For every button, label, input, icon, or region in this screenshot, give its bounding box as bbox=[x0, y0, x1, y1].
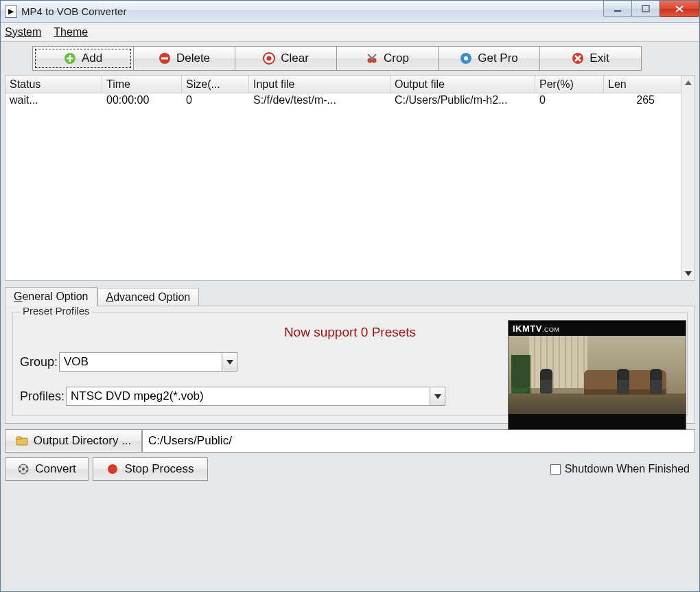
exit-label: Exit bbox=[590, 52, 609, 65]
toolbar: Add Delete Clear Crop Get Pro Exit bbox=[5, 45, 695, 72]
convert-button[interactable]: Convert bbox=[5, 457, 89, 481]
col-status[interactable]: Status bbox=[5, 76, 102, 93]
add-label: Add bbox=[82, 52, 102, 65]
close-icon bbox=[675, 5, 684, 13]
shutdown-label: Shutdown When Finished bbox=[565, 463, 690, 475]
table-body[interactable]: wait... 00:00:00 0 S:/f/dev/test/m-... C… bbox=[5, 93, 695, 280]
add-button[interactable]: Add bbox=[32, 46, 134, 71]
svg-rect-0 bbox=[614, 10, 621, 12]
tab-general[interactable]: General Option bbox=[5, 287, 97, 306]
exit-icon bbox=[572, 52, 584, 65]
preview-watermark: IKMTV.COM bbox=[513, 323, 559, 334]
chevron-down-icon[interactable] bbox=[430, 387, 445, 405]
svg-point-19 bbox=[26, 470, 28, 473]
exit-button[interactable]: Exit bbox=[540, 46, 642, 71]
col-len[interactable]: Len bbox=[604, 76, 659, 93]
table-header: Status Time Size(... Input file Output f… bbox=[5, 76, 695, 93]
cell-size: 0 bbox=[182, 93, 249, 110]
svg-point-17 bbox=[26, 466, 28, 468]
stop-button[interactable]: Stop Process bbox=[93, 457, 208, 481]
menubar: System Theme bbox=[1, 23, 699, 42]
cell-output: C:/Users/Public/m-h2... bbox=[390, 93, 535, 110]
crop-label: Crop bbox=[384, 52, 409, 65]
cell-input: S:/f/dev/test/m-... bbox=[249, 93, 390, 110]
delete-button[interactable]: Delete bbox=[134, 46, 235, 71]
shutdown-checkbox[interactable]: Shutdown When Finished bbox=[550, 463, 690, 475]
cell-per: 0 bbox=[535, 93, 604, 110]
col-input[interactable]: Input file bbox=[249, 76, 390, 93]
titlebar[interactable]: ▶ MP4 to VOB Converter bbox=[1, 1, 699, 23]
svg-point-20 bbox=[108, 464, 117, 474]
col-size[interactable]: Size(... bbox=[182, 76, 249, 93]
scroll-down-icon[interactable] bbox=[681, 266, 695, 280]
svg-point-10 bbox=[464, 56, 468, 60]
stop-label: Stop Process bbox=[124, 462, 194, 476]
svg-rect-4 bbox=[161, 58, 168, 60]
col-per[interactable]: Per(%) bbox=[535, 76, 604, 93]
delete-label: Delete bbox=[176, 52, 210, 65]
svg-rect-13 bbox=[16, 437, 21, 440]
group-combo[interactable]: VOB bbox=[59, 352, 237, 372]
svg-point-16 bbox=[19, 466, 21, 468]
tab-advanced[interactable]: Advanced Option bbox=[97, 288, 200, 306]
content-area: Add Delete Clear Crop Get Pro Exit bbox=[1, 42, 699, 591]
output-path-value: C:/Users/Public/ bbox=[148, 434, 232, 448]
minimize-icon bbox=[614, 5, 622, 13]
table-row[interactable]: wait... 00:00:00 0 S:/f/dev/test/m-... C… bbox=[5, 93, 695, 110]
clear-button[interactable]: Clear bbox=[235, 46, 337, 71]
output-dir-label: Output Directory ... bbox=[34, 434, 132, 448]
getpro-icon bbox=[460, 52, 472, 65]
chevron-down-icon[interactable] bbox=[222, 353, 237, 371]
preview-thumbnail: IKMTV.COM bbox=[508, 320, 686, 430]
file-table: Status Time Size(... Input file Output f… bbox=[5, 75, 695, 281]
cell-status: wait... bbox=[5, 93, 102, 110]
getpro-label: Get Pro bbox=[478, 52, 518, 65]
convert-icon bbox=[17, 463, 30, 475]
app-icon: ▶ bbox=[5, 5, 17, 18]
profiles-combo[interactable]: NTSC DVD mpeg2(*.vob) bbox=[66, 387, 445, 406]
clear-label: Clear bbox=[281, 52, 309, 65]
checkbox-icon[interactable] bbox=[550, 464, 561, 475]
clear-icon bbox=[263, 52, 275, 65]
delete-icon bbox=[159, 52, 171, 65]
svg-point-18 bbox=[19, 470, 21, 473]
vertical-scrollbar[interactable] bbox=[681, 76, 695, 280]
svg-rect-1 bbox=[642, 5, 649, 12]
cell-len: 265 bbox=[604, 93, 659, 110]
add-icon bbox=[64, 52, 76, 65]
col-time[interactable]: Time bbox=[102, 76, 182, 93]
crop-button[interactable]: Crop bbox=[337, 46, 439, 71]
col-output[interactable]: Output file bbox=[390, 76, 535, 93]
group-value: VOB bbox=[64, 355, 89, 369]
general-panel: Preset Profiles Now support 0 Presets Gr… bbox=[5, 306, 695, 424]
getpro-button[interactable]: Get Pro bbox=[439, 46, 540, 71]
maximize-button[interactable] bbox=[631, 1, 660, 17]
profiles-value: NTSC DVD mpeg2(*.vob) bbox=[71, 389, 204, 403]
minimize-button[interactable] bbox=[603, 1, 632, 17]
scroll-track[interactable] bbox=[681, 89, 695, 266]
convert-label: Convert bbox=[35, 462, 76, 476]
menu-theme[interactable]: Theme bbox=[54, 26, 88, 38]
close-button[interactable] bbox=[660, 1, 699, 17]
preset-legend: Preset Profiles bbox=[20, 305, 93, 317]
folder-icon bbox=[16, 435, 28, 447]
window-controls bbox=[604, 1, 699, 17]
maximize-icon bbox=[642, 5, 650, 13]
svg-point-6 bbox=[267, 56, 272, 61]
svg-point-15 bbox=[22, 468, 25, 470]
stop-icon bbox=[106, 463, 119, 475]
cell-time: 00:00:00 bbox=[102, 93, 182, 110]
bottom-area: Output Directory ... C:/Users/Public/ Co… bbox=[5, 429, 695, 481]
scroll-up-icon[interactable] bbox=[681, 76, 695, 89]
window-title: MP4 to VOB Converter bbox=[21, 5, 126, 17]
option-tabs: General Option Advanced Option bbox=[5, 285, 695, 306]
menu-system[interactable]: System bbox=[5, 26, 41, 38]
output-directory-button[interactable]: Output Directory ... bbox=[5, 429, 142, 453]
crop-icon bbox=[366, 52, 378, 65]
app-window: ▶ MP4 to VOB Converter System Theme Add bbox=[0, 0, 700, 592]
profiles-label: Profiles: bbox=[20, 389, 65, 404]
output-path-input[interactable]: C:/Users/Public/ bbox=[142, 429, 695, 453]
group-label: Group: bbox=[20, 355, 58, 369]
